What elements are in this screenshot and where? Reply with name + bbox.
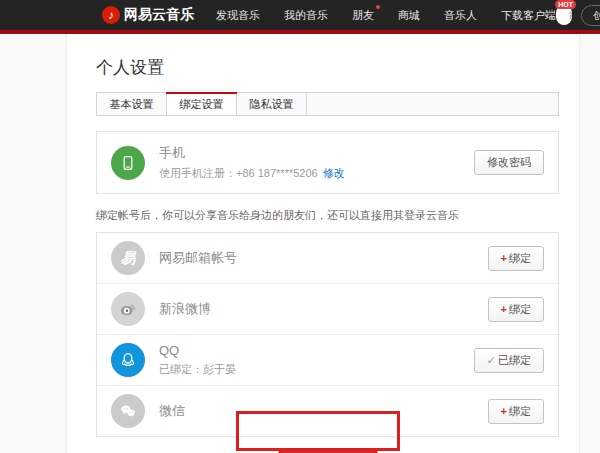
change-password-button[interactable]: 修改密码 bbox=[474, 150, 544, 175]
binding-tip-text: 绑定帐号后，你可以分享音乐给身边的朋友们，还可以直接用其登录云音乐 bbox=[96, 208, 559, 223]
binding-name: 微信 bbox=[159, 402, 185, 420]
bind-wechat-button[interactable]: +绑定 bbox=[488, 399, 544, 424]
tabs-filler bbox=[307, 93, 558, 115]
binding-row-qq: QQ 已绑定：彭于晏 ✓已绑定 bbox=[97, 334, 558, 385]
nav-item-musician[interactable]: 音乐人 bbox=[444, 8, 477, 23]
qq-bound-account-text: 已绑定：彭于晏 bbox=[159, 362, 236, 377]
netease-logo-icon: ♪ bbox=[102, 6, 120, 24]
modify-phone-link[interactable]: 修改 bbox=[323, 167, 345, 179]
main-nav: 发现音乐 我的音乐 朋友 商城 音乐人 下载客户端HOT bbox=[216, 8, 556, 23]
nav-item-friends[interactable]: 朋友 bbox=[352, 8, 374, 23]
binding-row-wechat: 微信 +绑定 bbox=[97, 385, 558, 436]
bind-weibo-button[interactable]: +绑定 bbox=[488, 297, 544, 322]
app-logo[interactable]: ♪ 网易云音乐 bbox=[102, 6, 194, 24]
nav-item-discover[interactable]: 发现音乐 bbox=[216, 8, 260, 23]
binding-list: 易 网易邮箱帐号 +绑定 新浪微博 +绑定 bbox=[96, 232, 559, 437]
binding-name: QQ bbox=[159, 343, 236, 358]
wechat-icon bbox=[111, 394, 145, 428]
tab-privacy-settings[interactable]: 隐私设置 bbox=[237, 93, 307, 115]
binding-name: 新浪微博 bbox=[159, 300, 211, 318]
nav-item-my-music[interactable]: 我的音乐 bbox=[284, 8, 328, 23]
tab-basic-settings[interactable]: 基本设置 bbox=[97, 93, 167, 115]
app-logo-text: 网易云音乐 bbox=[124, 6, 194, 24]
page-title: 个人设置 bbox=[96, 56, 559, 79]
settings-content: 个人设置 基本设置 绑定设置 隐私设置 手机 使用手机注册：+86 187***… bbox=[66, 34, 580, 453]
search-placeholder: 音乐/视频/电台/用户 bbox=[568, 9, 572, 22]
weibo-icon bbox=[111, 292, 145, 326]
settings-page: 个人设置 基本设置 绑定设置 隐私设置 手机 使用手机注册：+86 187***… bbox=[0, 34, 600, 453]
nav-item-store[interactable]: 商城 bbox=[398, 8, 420, 23]
top-navbar: ♪ 网易云音乐 发现音乐 我的音乐 朋友 商城 音乐人 下载客户端HOT 音乐/… bbox=[0, 0, 600, 30]
settings-tabs: 基本设置 绑定设置 隐私设置 bbox=[96, 92, 559, 116]
creator-center-button[interactable]: 创作者中心 bbox=[581, 5, 600, 26]
tab-binding-settings[interactable]: 绑定设置 bbox=[167, 93, 237, 115]
binding-row-weibo: 新浪微博 +绑定 bbox=[97, 283, 558, 334]
bind-netease-mail-button[interactable]: +绑定 bbox=[488, 246, 544, 271]
nav-item-download-client[interactable]: 下载客户端HOT bbox=[501, 8, 556, 23]
phone-title: 手机 bbox=[159, 144, 345, 162]
qq-bound-button[interactable]: ✓已绑定 bbox=[474, 348, 544, 373]
logout-section: 进入注销流程 bbox=[96, 437, 559, 453]
hot-badge: HOT bbox=[555, 0, 576, 9]
phone-icon bbox=[111, 146, 145, 180]
qq-icon bbox=[111, 343, 145, 377]
phone-registered-text: 使用手机注册：+86 187****5206修改 bbox=[159, 166, 345, 181]
binding-name: 网易邮箱帐号 bbox=[159, 249, 237, 267]
phone-binding-card: 手机 使用手机注册：+86 187****5206修改 修改密码 bbox=[96, 131, 559, 194]
netease-mail-icon: 易 bbox=[111, 241, 145, 275]
notification-dot bbox=[376, 5, 380, 9]
phone-info: 手机 使用手机注册：+86 187****5206修改 bbox=[159, 144, 345, 181]
binding-row-netease-mail: 易 网易邮箱帐号 +绑定 bbox=[97, 233, 558, 283]
